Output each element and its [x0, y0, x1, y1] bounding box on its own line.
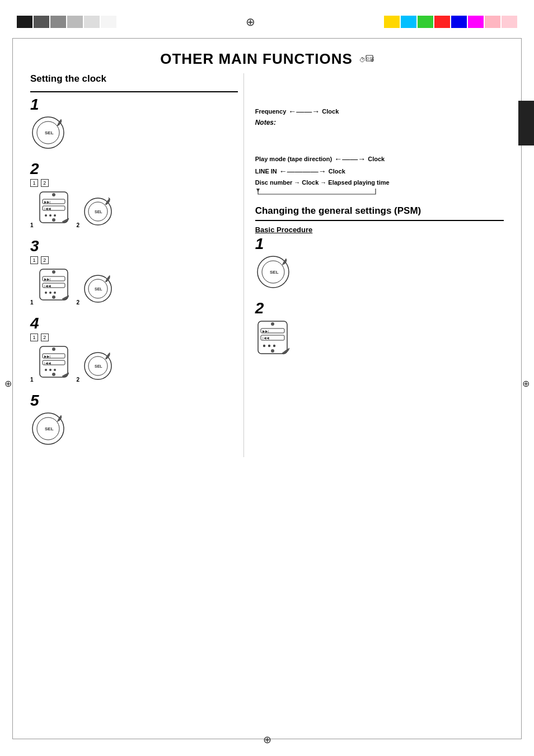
disc-loop-svg	[255, 187, 378, 196]
step1-device-row: SEL	[30, 115, 238, 151]
linein-arrow: ←————→	[279, 167, 326, 176]
bar-magenta	[468, 16, 484, 28]
frequency-label: Frequency	[255, 108, 287, 115]
step2-block: 2 1 2 1 ▶▶|	[30, 161, 238, 228]
svg-point-55	[271, 349, 274, 353]
playmode-dest: Clock	[368, 156, 385, 162]
step2-sel-dial-turn: SEL	[83, 195, 114, 228]
svg-point-42	[54, 369, 56, 371]
step3-sel-dial-turn: SEL	[83, 272, 114, 306]
bar-green	[418, 16, 433, 28]
svg-point-41	[49, 369, 51, 371]
svg-point-14	[45, 214, 47, 217]
main-content: OTHER MAIN FUNCTIONS ⏱ 0:00 Setting the …	[13, 39, 521, 738]
step5-sel-dial: SEL	[30, 411, 67, 447]
svg-text:SEL: SEL	[95, 287, 102, 291]
step4-box2: 2	[41, 334, 49, 341]
svg-text:SEL: SEL	[45, 130, 54, 135]
playmode-arrow-area: Play mode (tape direction) ←——→ Clock	[255, 154, 504, 163]
step2-box1: 1	[30, 179, 38, 187]
step1-num: 1	[30, 97, 238, 112]
bar-cyan	[401, 16, 416, 28]
psm-heading: Changing the general settings (PSM)	[255, 205, 504, 217]
step4-sel-dial-turn: SEL	[83, 349, 114, 383]
psm-step1-num: 1	[255, 236, 504, 252]
notes-label: Notes:	[255, 118, 504, 126]
two-column-layout: Setting the clock 1 SEL	[30, 73, 504, 457]
color-bars-left	[17, 16, 116, 28]
bar-yellow	[384, 16, 400, 28]
step4-label1: 1	[30, 377, 34, 383]
top-bar: ⊕	[0, 0, 534, 34]
svg-point-54	[271, 322, 274, 326]
svg-point-40	[45, 369, 47, 371]
basic-procedure-label: Basic Procedure	[255, 226, 504, 234]
step1-block: 1 SEL	[30, 97, 238, 151]
step4-num: 4	[30, 316, 238, 331]
svg-text:▶▶|: ▶▶|	[263, 330, 269, 333]
step3-box2: 2	[41, 256, 49, 264]
section1-heading: Setting the clock	[30, 73, 238, 84]
playmode-label: Play mode (tape direction)	[255, 156, 332, 162]
frequency-arrow-line: Frequency ←——→ Clock	[255, 107, 504, 116]
svg-point-61	[268, 345, 270, 347]
crosshair-top: ⊕	[116, 15, 384, 29]
step2-label1: 1	[30, 222, 34, 228]
disc-arrow1: →	[294, 179, 300, 186]
svg-text:▶▶|: ▶▶|	[44, 278, 51, 281]
section1-heading-wrap: Setting the clock	[30, 73, 238, 92]
svg-point-28	[49, 292, 51, 294]
psm-step2-block: 2 ▶▶| |◀◀	[255, 300, 504, 360]
page-title-area: OTHER MAIN FUNCTIONS ⏱ 0:00	[30, 50, 504, 68]
psm-step2-device-row: ▶▶| |◀◀	[255, 318, 504, 360]
timer-icon: ⏱ 0:00	[359, 54, 374, 65]
step4-box1: 1	[30, 334, 38, 341]
step5-num: 5	[30, 393, 238, 408]
psm-step2-control-unit: ▶▶| |◀◀	[255, 318, 294, 360]
title-icons: ⏱ 0:00	[359, 54, 374, 65]
svg-text:|◀◀: |◀◀	[44, 284, 51, 288]
disc-arrow-row: Disc number → Clock → Elapsed playing ti…	[255, 179, 504, 186]
bar-black	[17, 16, 32, 28]
svg-point-60	[263, 345, 265, 347]
svg-point-9	[52, 218, 55, 222]
step4-label2: 2	[77, 377, 80, 383]
disc-dest: Elapsed playing time	[328, 179, 389, 186]
psm-step1-sel-dial: SEL	[255, 254, 292, 290]
left-column: Setting the clock 1 SEL	[30, 73, 243, 457]
step3-box1: 1	[30, 256, 38, 264]
linein-dest: Clock	[329, 168, 345, 175]
bar-red	[434, 16, 450, 28]
psm-step1-block: 1 SEL	[255, 236, 504, 290]
psm-step1-device-row: SEL	[255, 254, 504, 290]
step4-block: 4 1 2 1 ▶▶| |◀	[30, 316, 238, 383]
disc-mid: Clock	[302, 179, 318, 186]
disc-loop-bracket	[255, 187, 504, 196]
svg-text:SEL: SEL	[95, 210, 102, 214]
linein-arrow-line: LINE IN ←————→ Clock	[255, 167, 504, 176]
step3-label2: 2	[77, 299, 80, 306]
bar-pink	[485, 16, 500, 28]
step4-device-row: 1 ▶▶| |◀◀	[30, 344, 238, 383]
svg-point-16	[54, 214, 56, 217]
disc-arrow-area: Disc number → Clock → Elapsed playing ti…	[255, 179, 504, 196]
svg-point-22	[52, 295, 55, 299]
psm-section: Changing the general settings (PSM) Basi…	[255, 205, 504, 360]
svg-text:SEL: SEL	[95, 364, 102, 368]
svg-point-27	[45, 292, 47, 294]
bar-lightgray	[67, 16, 83, 28]
step2-label2: 2	[77, 222, 80, 228]
step4-control-unit: ▶▶| |◀◀	[37, 344, 73, 383]
step2-control-unit: ▶▶| |◀◀	[37, 189, 73, 228]
svg-text:0:00: 0:00	[367, 57, 374, 60]
svg-point-34	[52, 348, 55, 351]
psm-step2-num: 2	[255, 300, 504, 316]
svg-point-35	[52, 373, 55, 376]
svg-text:▶▶|: ▶▶|	[44, 200, 51, 204]
linein-arrow-area: LINE IN ←————→ Clock	[255, 167, 504, 176]
right-column: Frequency ←——→ Clock Notes: Play mode (t…	[243, 73, 504, 457]
step3-device-row: 1 ▶▶| |◀◀	[30, 266, 238, 306]
svg-point-62	[273, 345, 275, 347]
page-title: OTHER MAIN FUNCTIONS	[160, 50, 353, 68]
svg-text:▶▶|: ▶▶|	[44, 355, 51, 358]
